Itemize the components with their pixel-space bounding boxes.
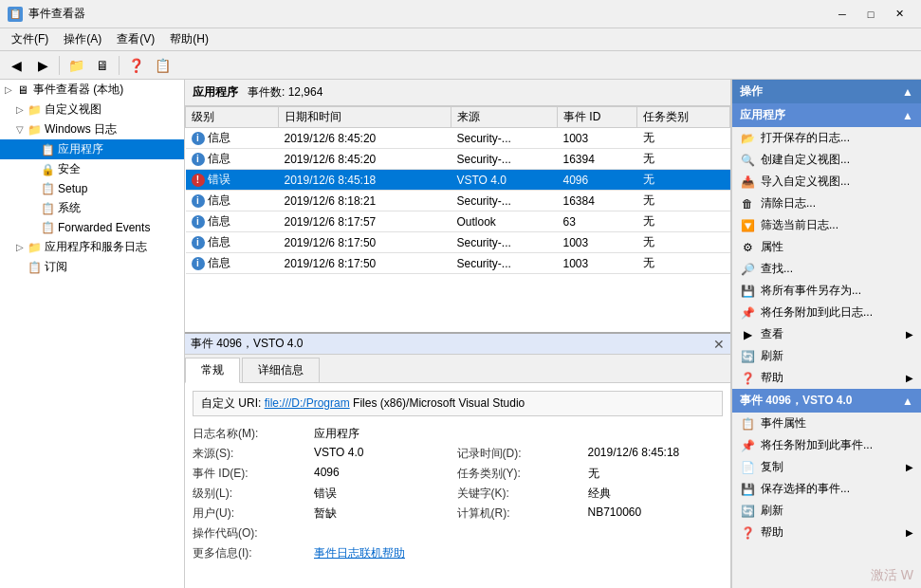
action-import-view[interactable]: 📥 导入自定义视图... — [732, 171, 921, 193]
import-view-icon: 📥 — [740, 175, 755, 190]
minimize-button[interactable]: ─ — [828, 5, 857, 24]
table-row[interactable]: i 信息 2019/12/6 8:45:20 Security-... 1639… — [186, 149, 730, 170]
action-import-view-label: 导入自定义视图... — [761, 174, 850, 190]
left-panel-tree: ▷ 🖥 事件查看器 (本地) ▷ 📁 自定义视图 ▽ 📁 Windows 日志 … — [0, 80, 185, 588]
action-section-event-header[interactable]: 事件 4096，VSTO 4.0 ▲ — [732, 389, 921, 413]
table-row[interactable]: i 信息 2019/12/6 8:17:50 Security-... 1003… — [186, 253, 730, 274]
tree-item-root[interactable]: ▷ 🖥 事件查看器 (本地) — [0, 80, 184, 100]
cell-task: 无 — [637, 253, 730, 274]
help-toolbar-button[interactable]: ❓ — [123, 54, 148, 77]
menu-help[interactable]: 帮助(H) — [162, 29, 216, 49]
actions-header[interactable]: 操作 ▲ — [732, 80, 921, 103]
action-clear-log-label: 清除日志... — [761, 195, 816, 211]
info-icon: i — [192, 153, 205, 166]
action-help[interactable]: ❓ 帮助 ▶ — [732, 367, 921, 389]
col-level[interactable]: 级别 — [186, 107, 279, 128]
tree-item-app-services[interactable]: ▷ 📁 应用程序和服务日志 — [0, 237, 184, 257]
find-icon: 🔎 — [740, 262, 755, 277]
level-icon-wrapper: i 信息 — [192, 255, 230, 271]
menu-view[interactable]: 查看(V) — [109, 29, 162, 49]
action-section-app-header[interactable]: 应用程序 ▲ — [732, 103, 921, 127]
tree-item-system[interactable]: 📋 系统 — [0, 198, 184, 218]
toggle-custom-views[interactable]: ▷ — [13, 103, 27, 117]
event-table[interactable]: 级别 日期和时间 来源 事件 ID 任务类别 i 信息 2019/12/6 8:… — [185, 106, 730, 332]
event-props-icon: 📋 — [740, 416, 755, 432]
action-refresh-event[interactable]: 🔄 刷新 — [732, 500, 921, 522]
value-empty2 — [588, 525, 724, 542]
back-button[interactable]: ◀ — [4, 54, 28, 77]
action-refresh[interactable]: 🔄 刷新 — [732, 345, 921, 367]
properties-toolbar-button[interactable]: 📋 — [150, 54, 175, 77]
action-help-label: 帮助 — [761, 370, 783, 386]
detail-title: 事件 4096，VSTO 4.0 — [191, 336, 304, 352]
col-datetime[interactable]: 日期和时间 — [279, 107, 451, 128]
action-copy[interactable]: 📄 复制 ▶ — [732, 456, 921, 478]
table-row[interactable]: i 信息 2019/12/6 8:45:20 Security-... 1003… — [186, 128, 730, 149]
tree-item-windows-logs[interactable]: ▽ 📁 Windows 日志 — [0, 119, 184, 139]
maximize-button[interactable]: □ — [857, 5, 885, 24]
action-properties[interactable]: ⚙ 属性 — [732, 236, 921, 258]
icon-system: 📋 — [40, 201, 55, 216]
action-open-log[interactable]: 📂 打开保存的日志... — [732, 127, 921, 149]
col-eventid[interactable]: 事件 ID — [558, 107, 637, 128]
toggle-windows-logs[interactable]: ▽ — [13, 123, 27, 137]
new-view-button[interactable]: 🖥 — [90, 54, 115, 77]
table-row[interactable]: i 信息 2019/12/6 8:17:57 Outlook 63 无 — [186, 211, 730, 232]
toggle-root[interactable]: ▷ — [2, 83, 15, 97]
value-moreinfo-link[interactable]: 事件日志联机帮助 — [314, 545, 450, 561]
cell-eventid: 16394 — [558, 149, 637, 170]
label-moreinfo: 更多信息(I): — [193, 545, 306, 561]
label-root: 事件查看器 (本地) — [33, 82, 123, 98]
tree-item-security[interactable]: 🔒 安全 — [0, 159, 184, 179]
level-text: 信息 — [208, 193, 230, 209]
tree-item-forwarded[interactable]: 📋 Forwarded Events — [0, 218, 184, 237]
main-layout: ▷ 🖥 事件查看器 (本地) ▷ 📁 自定义视图 ▽ 📁 Windows 日志 … — [0, 80, 921, 588]
action-create-view[interactable]: 🔍 创建自定义视图... — [732, 149, 921, 171]
tree-item-app[interactable]: 📋 应用程序 — [0, 139, 184, 159]
detail-uri-link[interactable]: file:///D:/Program — [265, 396, 350, 410]
level-text: 信息 — [208, 255, 230, 271]
tab-details[interactable]: 详细信息 — [242, 358, 320, 382]
table-row[interactable]: ! 错误 2019/12/6 8:45:18 VSTO 4.0 4096 无 — [186, 170, 730, 191]
menu-action[interactable]: 操作(A) — [56, 29, 109, 49]
action-save-selected[interactable]: 💾 保存选择的事件... — [732, 478, 921, 500]
tab-general[interactable]: 常规 — [185, 358, 240, 383]
cell-eventid: 63 — [558, 211, 637, 232]
tree-item-subscriptions[interactable]: 📋 订阅 — [0, 257, 184, 277]
action-find[interactable]: 🔎 查找... — [732, 258, 921, 280]
tree-item-custom-views[interactable]: ▷ 📁 自定义视图 — [0, 100, 184, 119]
close-button[interactable]: ✕ — [885, 5, 913, 24]
cell-datetime: 2019/12/6 8:17:50 — [279, 253, 451, 274]
action-section-event-toggle: ▲ — [902, 395, 913, 408]
open-log-button[interactable]: 📁 — [64, 54, 88, 77]
menu-file[interactable]: 文件(F) — [4, 29, 56, 49]
forward-button[interactable]: ▶ — [30, 54, 55, 77]
action-filter-label: 筛选当前日志... — [761, 217, 838, 233]
label-subscriptions: 订阅 — [45, 259, 67, 275]
action-help-event[interactable]: ❓ 帮助 ▶ — [732, 522, 921, 543]
action-view[interactable]: ▶ 查看 ▶ — [732, 323, 921, 345]
toggle-app-services[interactable]: ▷ — [13, 241, 27, 254]
cell-eventid: 1003 — [558, 232, 637, 253]
action-attach-task-log[interactable]: 📌 将任务附加到此日志... — [732, 302, 921, 323]
action-filter[interactable]: 🔽 筛选当前日志... — [732, 214, 921, 236]
action-attach-task-event[interactable]: 📌 将任务附加到此事件... — [732, 434, 921, 456]
action-view-label: 查看 — [761, 326, 783, 342]
cell-datetime: 2019/12/6 8:45:20 — [279, 149, 451, 170]
cell-level: ! 错误 — [186, 170, 279, 191]
table-row[interactable]: i 信息 2019/12/6 8:17:50 Security-... 1003… — [186, 232, 730, 253]
action-clear-log[interactable]: 🗑 清除日志... — [732, 193, 921, 214]
action-event-props[interactable]: 📋 事件属性 — [732, 413, 921, 434]
detail-close-button[interactable]: ✕ — [713, 337, 725, 352]
tree-item-setup[interactable]: 📋 Setup — [0, 179, 184, 198]
value-empty1 — [588, 426, 724, 442]
action-save-all[interactable]: 💾 将所有事件另存为... — [732, 280, 921, 302]
title-bar: 📋 事件查看器 ─ □ ✕ — [0, 0, 921, 28]
toolbar-separator-2 — [119, 56, 120, 75]
table-row[interactable]: i 信息 2019/12/6 8:18:21 Security-... 1638… — [186, 191, 730, 211]
level-text: 信息 — [208, 213, 230, 230]
col-source[interactable]: 来源 — [451, 107, 558, 128]
action-save-all-label: 将所有事件另存为... — [761, 283, 861, 299]
col-task[interactable]: 任务类别 — [637, 107, 730, 128]
cell-eventid: 1003 — [558, 253, 637, 274]
